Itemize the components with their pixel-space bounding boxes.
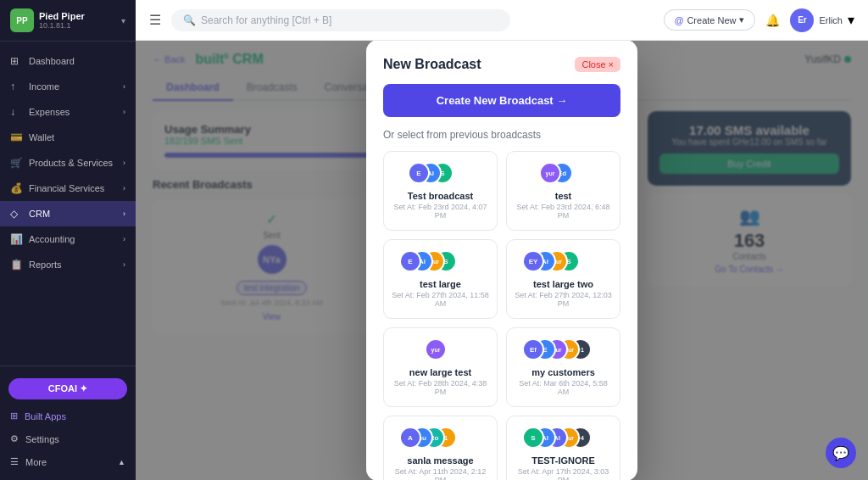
company-sub: 10.1.81.1 (39, 21, 85, 30)
broadcast-item-1[interactable]: yurEdtestSet At: Feb 23rd 2024, 6:48 PM (506, 151, 620, 231)
financial-icon: 💰 (10, 182, 22, 194)
user-chevron-icon: ▾ (848, 12, 854, 28)
close-icon: × (609, 59, 614, 70)
crm-chevron-icon: › (123, 209, 125, 218)
sidebar-label-wallet: Wallet (29, 132, 54, 142)
modal-overlay: New Broadcast Close × Create New Broadca… (136, 41, 868, 480)
sidebar-item-expenses[interactable]: ↓ Expenses › (0, 99, 136, 125)
broadcast-item-5[interactable]: EfEyurKur+1my customersSet At: Mar 6th 2… (506, 327, 620, 407)
at-symbol: @ (675, 15, 684, 25)
sidebar-item-accounting[interactable]: 📊 Accounting › (0, 226, 136, 252)
close-button[interactable]: Close × (575, 57, 620, 72)
sidebar-logo[interactable]: PP Pied Piper 10.1.81.1 ▾ (0, 0, 136, 42)
hamburger-button[interactable]: ☰ (149, 12, 161, 28)
sidebar-bottom: CFOAI ✦ ⊞ Built Apps ⚙ Settings ☰ More ▲ (0, 366, 136, 480)
sidebar-nav: ⊞ Dashboard ↑ Income › ↓ Expenses › 💳 Wa… (0, 42, 136, 366)
dashboard-icon: ⊞ (10, 55, 22, 67)
avatar-5-0: Ef (522, 338, 544, 360)
search-placeholder: Search for anything [Ctrl + B] (201, 14, 331, 26)
broadcast-name-7: TEST-IGNORE (514, 455, 613, 466)
sidebar-item-financial[interactable]: 💰 Financial Services › (0, 176, 136, 201)
crm-icon: ◇ (10, 208, 22, 220)
modal-header: New Broadcast Close × (383, 57, 620, 72)
broadcast-item-4[interactable]: yurnew large testSet At: Feb 28th 2024, … (383, 327, 498, 407)
expenses-icon: ↓ (10, 106, 22, 118)
chat-icon: 💬 (832, 445, 849, 461)
broadcast-name-4: new large test (391, 367, 490, 377)
avatar-0-0: E (408, 162, 430, 184)
financial-chevron-icon: › (123, 184, 125, 193)
avatar-4-0: yur (425, 338, 447, 360)
broadcast-avatars-2: EAlKurS (391, 250, 490, 274)
broadcast-item-6[interactable]: AhuRo1sanla messageSet At: Apr 11th 2024… (383, 416, 498, 480)
built-apps-icon: ⊞ (10, 410, 18, 421)
sidebar-label-accounting: Accounting (29, 234, 75, 244)
broadcast-avatars-6: AhuRo1 (391, 427, 490, 450)
broadcast-name-6: sanla message (391, 455, 490, 466)
create-broadcast-button[interactable]: Create New Broadcast → (383, 84, 620, 117)
broadcast-avatars-5: EfEyurKur+1 (514, 338, 613, 362)
chat-widget-button[interactable]: 💬 (826, 438, 856, 468)
sidebar-item-crm[interactable]: ◇ CRM › (0, 201, 136, 226)
sidebar-item-settings[interactable]: ⚙ Settings (0, 427, 136, 450)
cfoai-button[interactable]: CFOAI ✦ (8, 378, 127, 399)
broadcast-item-7[interactable]: SAlAlKur+4TEST-IGNORESet At: Apr 17th 20… (506, 416, 620, 480)
broadcast-date-4: Set At: Feb 28th 2024, 4:38 PM (391, 379, 490, 396)
sidebar-label-financial: Financial Services (29, 183, 104, 193)
broadcast-item-2[interactable]: EAlKurStest largeSet At: Feb 27th 2024, … (383, 239, 498, 319)
avatar-6-0: A (399, 427, 421, 449)
broadcast-date-7: Set At: Apr 17th 2024, 3:03 PM (514, 467, 613, 480)
products-icon: 🛒 (10, 157, 22, 169)
topbar-right: @ Create New ▾ 🔔 Er Erlich ▾ (664, 8, 854, 32)
broadcast-date-6: Set At: Apr 11th 2024, 2:12 PM (391, 467, 490, 480)
income-icon: ↑ (10, 81, 22, 92)
avatar-7-0: S (522, 427, 544, 449)
sidebar-item-more[interactable]: ☰ More ▲ (0, 450, 136, 473)
broadcast-name-1: test (514, 191, 613, 201)
sidebar-item-reports[interactable]: 📋 Reports › (0, 252, 136, 277)
broadcast-date-5: Set At: Mar 6th 2024, 5:58 AM (514, 379, 613, 396)
settings-label: Settings (25, 434, 59, 444)
create-new-button[interactable]: @ Create New ▾ (664, 9, 756, 31)
settings-icon: ⚙ (10, 433, 19, 444)
sidebar-label-expenses: Expenses (29, 107, 70, 117)
income-chevron-icon: › (123, 82, 125, 91)
create-broadcast-label: Create New Broadcast → (437, 94, 568, 107)
broadcast-avatars-4: yur (391, 338, 490, 362)
sidebar-item-built-apps[interactable]: ⊞ Built Apps (0, 405, 136, 427)
sidebar-item-income[interactable]: ↑ Income › (0, 74, 136, 99)
search-bar[interactable]: 🔍 Search for anything [Ctrl + B] (171, 9, 510, 31)
new-broadcast-modal: New Broadcast Close × Create New Broadca… (366, 41, 637, 480)
reports-icon: 📋 (10, 259, 22, 271)
broadcast-date-3: Set At: Feb 27th 2024, 12:03 PM (514, 291, 613, 308)
create-new-label: Create New (687, 15, 736, 25)
avatar-1-0: yur (539, 162, 561, 184)
sidebar-item-products[interactable]: 🛒 Products & Services › (0, 150, 136, 176)
company-name: Pied Piper (39, 11, 85, 21)
company-info: Pied Piper 10.1.81.1 (39, 11, 85, 30)
sidebar-label-income: Income (29, 81, 59, 92)
close-label: Close (581, 59, 605, 70)
logo-icon: PP (10, 8, 34, 32)
topbar: ☰ 🔍 Search for anything [Ctrl + B] @ Cre… (136, 0, 868, 41)
accounting-icon: 📊 (10, 233, 22, 245)
accounting-chevron-icon: › (123, 235, 125, 243)
sidebar-label-products: Products & Services (29, 158, 113, 168)
broadcast-item-0[interactable]: EAlSTest broadcastSet At: Feb 23rd 2024,… (383, 151, 498, 231)
app-layout: PP Pied Piper 10.1.81.1 ▾ ⊞ Dashboard ↑ … (0, 0, 868, 480)
user-name: Erlich (819, 15, 843, 25)
broadcast-item-3[interactable]: EYAlKurStest large twoSet At: Feb 27th 2… (506, 239, 620, 319)
bell-icon[interactable]: 🔔 (765, 14, 780, 27)
create-new-chevron-icon: ▾ (739, 14, 744, 25)
built-apps-label: Built Apps (25, 411, 66, 421)
user-avatar-area[interactable]: Er Erlich ▾ (790, 8, 854, 32)
products-chevron-icon: › (123, 159, 125, 167)
sidebar-item-wallet[interactable]: 💳 Wallet (0, 125, 136, 150)
avatar: Er (790, 8, 814, 32)
broadcast-grid: EAlSTest broadcastSet At: Feb 23rd 2024,… (383, 151, 620, 480)
broadcast-name-5: my customers (514, 367, 613, 377)
broadcast-date-2: Set At: Feb 27th 2024, 11:58 AM (391, 291, 490, 308)
expenses-chevron-icon: › (123, 108, 125, 116)
modal-title: New Broadcast (383, 57, 481, 72)
sidebar-item-dashboard[interactable]: ⊞ Dashboard (0, 48, 136, 74)
